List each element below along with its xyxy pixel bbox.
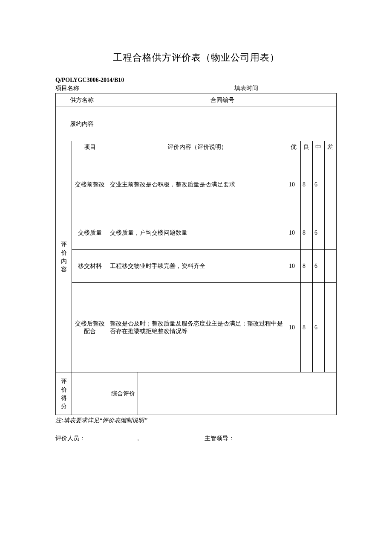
eval-0-g4[interactable] <box>324 153 336 216</box>
col-grade-b: 良 <box>300 141 312 153</box>
eval-2-g4[interactable] <box>324 250 336 283</box>
eval-0-g1[interactable]: 10 <box>287 153 300 216</box>
overall-label: 综合评价 <box>108 372 138 415</box>
sig-sep: ， <box>135 435 141 442</box>
col-desc-header: 评价内容（评价说明） <box>108 141 287 153</box>
eval-desc-0: 交业主前整改是否积极，整改质量是否满足要求 <box>108 153 287 216</box>
fill-date-label: 填表时间 <box>234 84 337 92</box>
page-title: 工程合格供方评价表（物业公司用表） <box>55 51 337 64</box>
eval-1-g2[interactable]: 8 <box>300 216 312 250</box>
eval-1-g4[interactable] <box>324 216 336 250</box>
eval-item-3: 交楼后整改配合 <box>72 283 108 372</box>
project-name-label: 项目名称 <box>55 84 234 92</box>
perform-content-label: 履约内容 <box>56 107 108 141</box>
eval-1-g3[interactable]: 6 <box>312 216 324 250</box>
eval-2-g1[interactable]: 10 <box>287 250 300 283</box>
score-value[interactable] <box>72 372 108 415</box>
note-text: 注:填表要求详见“评价表编制说明” <box>55 417 337 424</box>
eval-item-2: 移交材料 <box>72 250 108 283</box>
leader-label: 主管领导： <box>205 435 234 442</box>
evaluation-table: 供方名称 合同编号 履约内容 评价内容 项目 评价内容（评价说明） 优 良 中 … <box>55 93 337 415</box>
eval-desc-3: 整改是否及时；整改质量及服务态度业主是否满足；整改过程中是否存在推诿或拒绝整改情… <box>108 283 287 372</box>
eval-3-g2[interactable]: 8 <box>300 283 312 372</box>
evaluator-label: 评价人员： <box>55 435 85 442</box>
col-grade-d: 差 <box>324 141 336 153</box>
eval-desc-2: 工程移交物业时手续完善，资料齐全 <box>108 250 287 283</box>
eval-3-g4[interactable] <box>324 283 336 372</box>
col-grade-c: 中 <box>312 141 324 153</box>
eval-content-side: 评价内容 <box>56 141 72 372</box>
col-item-header: 项目 <box>72 141 108 153</box>
perform-content-value[interactable] <box>108 107 337 141</box>
eval-2-g3[interactable]: 6 <box>312 250 324 283</box>
eval-item-1: 交楼质量 <box>72 216 108 250</box>
supplier-label: 供方名称 <box>56 93 108 107</box>
document-code: Q/POLYGC3006-2014/B10 <box>55 77 337 84</box>
eval-3-g1[interactable]: 10 <box>287 283 300 372</box>
eval-0-g3[interactable]: 6 <box>312 153 324 216</box>
eval-0-g2[interactable]: 8 <box>300 153 312 216</box>
eval-1-g1[interactable]: 10 <box>287 216 300 250</box>
overall-value[interactable] <box>138 372 337 415</box>
col-grade-a: 优 <box>287 141 300 153</box>
eval-desc-1: 交楼质量，户均交楼问题数量 <box>108 216 287 250</box>
score-side: 评价得分 <box>56 372 72 415</box>
eval-item-0: 交楼前整改 <box>72 153 108 216</box>
eval-3-g3[interactable]: 6 <box>312 283 324 372</box>
contract-label: 合同编号 <box>108 93 337 107</box>
eval-2-g2[interactable]: 8 <box>300 250 312 283</box>
